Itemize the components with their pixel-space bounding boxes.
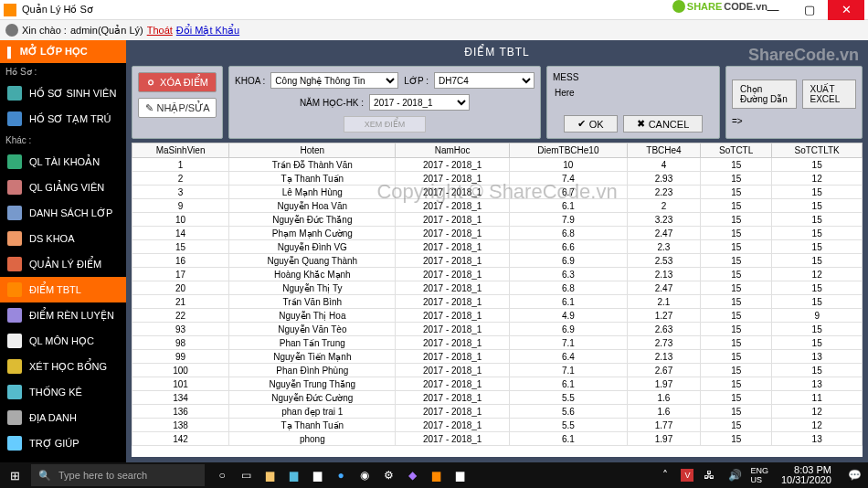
cell: 11: [772, 391, 863, 405]
sidebar-item[interactable]: ĐỊA DANH: [0, 405, 126, 430]
sidebar-item[interactable]: THỐNG KÊ: [0, 379, 126, 405]
cell: 2.47: [627, 227, 700, 240]
table-row[interactable]: 16Nguyễn Quang Thành2017 - 2018_16.92.53…: [132, 254, 863, 268]
table-row[interactable]: 138Tạ Thanh Tuấn2017 - 2018_15.51.771512: [132, 419, 863, 432]
cell: Nguyễn Thị Hoa: [229, 309, 396, 323]
sidebar-item[interactable]: DANH SÁCH LỚP: [0, 200, 126, 226]
close-button[interactable]: ✕: [828, 0, 864, 20]
namhoc-select[interactable]: 2017 - 2018_1: [369, 94, 470, 111]
sidebar-item[interactable]: QL TÀI KHOẢN: [0, 149, 126, 175]
logout-link[interactable]: Thoát: [147, 25, 173, 36]
start-button[interactable]: ⊞: [0, 462, 29, 488]
col-header[interactable]: SoTCTL: [701, 143, 772, 158]
sidebar-item[interactable]: ĐIỂM RÈN LUYỆN: [0, 302, 126, 328]
tray-v-icon[interactable]: V: [681, 469, 693, 482]
table-row[interactable]: 93Nguyễn Văn Tèo2017 - 2018_16.92.631515: [132, 323, 863, 336]
sound-icon[interactable]: 🔊: [725, 465, 745, 485]
choose-path-button[interactable]: Chọn Đường Dẫn: [732, 80, 797, 109]
col-header[interactable]: Hoten: [229, 143, 396, 158]
clock[interactable]: 8:03 PM 10/31/2020: [774, 465, 839, 485]
maximize-button[interactable]: ▢: [791, 0, 828, 20]
score-table-wrap[interactable]: MaSinhVienHotenNamHocDiemTBCHe10TBCHe4So…: [132, 143, 863, 457]
cancel-button[interactable]: ✖CANCEL: [623, 115, 704, 133]
sidebar-item[interactable]: QUẢN LÝ ĐIỂM: [0, 251, 126, 277]
sidebar-item[interactable]: QL MÔN HỌC: [0, 328, 126, 354]
cell: 2017 - 2018_1: [396, 281, 509, 295]
table-row[interactable]: 99Nguyễn Tiến Mạnh2017 - 2018_16.42.1315…: [132, 350, 863, 364]
cell: 2017 - 2018_1: [396, 254, 509, 268]
sidebar-header[interactable]: ▌ MỞ LỚP HỌC: [0, 40, 126, 63]
cortana-icon[interactable]: ○: [212, 465, 232, 485]
table-row[interactable]: 22Nguyễn Thị Hoa2017 - 2018_14.91.27159: [132, 309, 863, 323]
table-row[interactable]: 10Nguyễn Đức Thắng2017 - 2018_17.93.2315…: [132, 213, 863, 227]
table-row[interactable]: 17Hoàng Khắc Mạnh2017 - 2018_16.32.13151…: [132, 268, 863, 281]
col-header[interactable]: MaSinhVien: [132, 143, 229, 158]
table-row[interactable]: 15Nguyễn Đình VG2017 - 2018_16.62.31515: [132, 240, 863, 254]
cell: 6.4: [509, 350, 627, 364]
app-icon-3[interactable]: ▆: [450, 465, 470, 485]
table-row[interactable]: 3Lê Mạnh Hùng2017 - 2018_16.72.231515: [132, 186, 863, 199]
table-row[interactable]: 21Trần Văn Bình2017 - 2018_16.12.11515: [132, 295, 863, 309]
khoa-select[interactable]: Công Nghệ Thông Tin: [270, 72, 398, 89]
col-header[interactable]: TBCHe4: [627, 143, 700, 158]
lang-indicator[interactable]: ENG US: [750, 466, 768, 484]
sidebar-item[interactable]: XÉT HỌC BỔNG: [0, 354, 126, 379]
cell: 2.23: [627, 186, 700, 199]
sidebar-icon: [7, 385, 22, 399]
cell: 15: [772, 240, 863, 254]
sidebar-item[interactable]: DS KHOA: [0, 226, 126, 251]
lop-select[interactable]: DH7C4: [434, 72, 535, 89]
taskbar-search[interactable]: 🔍 Type here to search: [31, 464, 205, 486]
wifi-icon[interactable]: 🖧: [699, 465, 719, 485]
table-row[interactable]: 98Phan Tấn Trung2017 - 2018_17.12.731515: [132, 336, 863, 350]
sidebar-item[interactable]: TRỢ GIÚP: [0, 430, 126, 456]
table-row[interactable]: 100Phan Đình Phùng2017 - 2018_17.12.6715…: [132, 364, 863, 377]
cell: 15: [701, 186, 772, 199]
cell: 15: [701, 309, 772, 323]
sidebar-item[interactable]: ĐIỂM TBTL: [0, 277, 126, 302]
cell: 15: [772, 336, 863, 350]
cell: 6.8: [509, 227, 627, 240]
cell: 12: [772, 419, 863, 432]
cell: Nguyễn Đức Cường: [229, 391, 396, 405]
app-icon-2[interactable]: ▆: [426, 465, 446, 485]
table-row[interactable]: 14Phạm Mạnh Cường2017 - 2018_16.82.47151…: [132, 227, 863, 240]
cell: 3: [132, 186, 229, 199]
store-icon[interactable]: ▆: [283, 465, 303, 485]
table-row[interactable]: 2Tạ Thanh Tuấn2017 - 2018_17.42.931512: [132, 172, 863, 186]
vs-icon[interactable]: ◆: [402, 465, 422, 485]
chrome-icon[interactable]: ◉: [355, 465, 375, 485]
delete-score-button[interactable]: ⭘ XÓA ĐIỂM: [138, 72, 217, 92]
cell: Nguyễn Thị Ty: [229, 281, 396, 295]
table-row[interactable]: 20Nguyễn Thị Ty2017 - 2018_16.82.471515: [132, 281, 863, 295]
table-row[interactable]: 134Nguyễn Đức Cường2017 - 2018_15.51.615…: [132, 391, 863, 405]
tray-up-icon[interactable]: ˄: [655, 465, 675, 485]
sidebar-item-label: QL GIẢNG VIÊN: [29, 182, 104, 194]
app-icon-1[interactable]: ▆: [307, 465, 327, 485]
col-header[interactable]: SoTCTLTK: [772, 143, 863, 158]
table-row[interactable]: 9Nguyễn Hoa Văn2017 - 2018_16.121515: [132, 199, 863, 213]
export-excel-button[interactable]: XUẤT EXCEL: [802, 80, 856, 109]
cell: Tạ Thanh Tuấn: [229, 419, 396, 432]
score-table: MaSinhVienHotenNamHocDiemTBCHe10TBCHe4So…: [132, 143, 863, 446]
settings-icon[interactable]: ⚙: [378, 465, 398, 485]
table-row[interactable]: 142phong2017 - 2018_16.11.971513: [132, 432, 863, 446]
table-row[interactable]: 1Trần Đỗ Thành Văn2017 - 2018_11041515: [132, 158, 863, 172]
sidebar-item[interactable]: HỒ SƠ TẠM TRÚ: [0, 106, 126, 132]
input-edit-button[interactable]: ✎ NHẬP/SỬA: [138, 98, 217, 118]
table-row[interactable]: 101Nguyễn Trung Thắng2017 - 2018_16.11.9…: [132, 377, 863, 391]
table-row[interactable]: 136phan đẹp trai 12017 - 2018_15.61.6151…: [132, 405, 863, 419]
sidebar-item[interactable]: HỒ SƠ SINH VIÊN: [0, 80, 126, 106]
explorer-icon[interactable]: ▆: [259, 465, 280, 485]
cell: 6.9: [509, 254, 627, 268]
edge-icon[interactable]: ●: [331, 465, 351, 485]
cell: 134: [132, 391, 229, 405]
taskview-icon[interactable]: ▭: [236, 465, 256, 485]
notifications-icon[interactable]: 💬: [844, 465, 864, 485]
ok-button[interactable]: ✔OK: [564, 115, 618, 133]
sidebar-item[interactable]: QL GIẢNG VIÊN: [0, 175, 126, 200]
col-header[interactable]: DiemTBCHe10: [509, 143, 627, 158]
change-password-link[interactable]: Đổi Mật Khẩu: [176, 25, 239, 37]
col-header[interactable]: NamHoc: [396, 143, 509, 158]
view-score-button[interactable]: XEM ĐIỂM: [344, 116, 426, 133]
